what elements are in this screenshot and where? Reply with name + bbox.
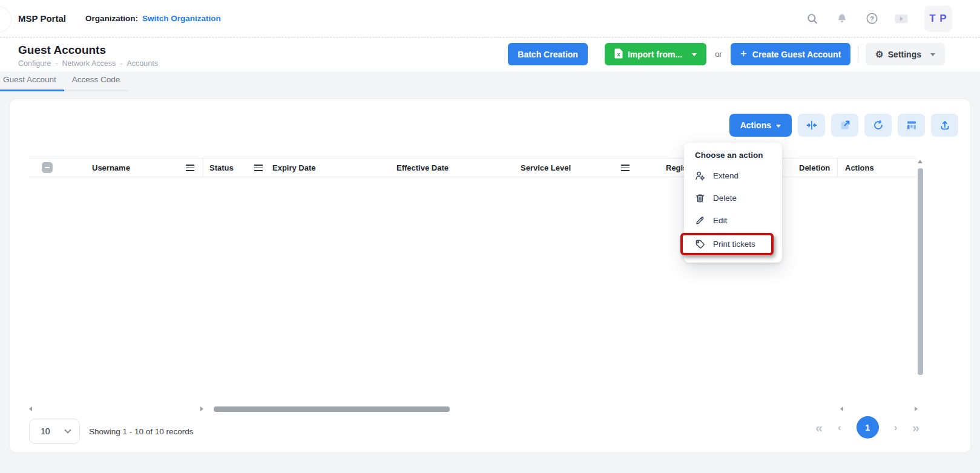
settings-button[interactable]: ⚙ Settings [866, 43, 945, 65]
organization-switcher: Organization: Switch Organization [85, 14, 221, 23]
breadcrumb-item-network-access[interactable]: Network Access [62, 59, 116, 68]
column-header-check[interactable] [29, 158, 67, 177]
records-summary: Showing 1 - 10 of 10 records [89, 427, 194, 436]
prev-page-icon[interactable]: ‹ [838, 422, 841, 432]
menu-item-label: Extend [713, 171, 738, 180]
help-icon[interactable]: ? [865, 12, 878, 25]
column-menu-icon[interactable] [254, 165, 263, 171]
import-from-button[interactable]: x Import from... [605, 43, 706, 65]
menu-item-delete[interactable]: Delete [684, 187, 782, 209]
menu-item-label: Print tickets [713, 240, 755, 249]
page-size-select[interactable]: 10 [29, 419, 80, 444]
open-expand-icon[interactable] [831, 114, 858, 137]
column-label: Effective Date [396, 163, 449, 172]
batch-creation-button[interactable]: Batch Creation [508, 43, 588, 65]
highlight-box: Print tickets [680, 233, 774, 255]
divider [858, 46, 858, 62]
refresh-icon[interactable] [864, 114, 892, 137]
or-text: or [715, 50, 722, 59]
excel-file-icon: x [614, 48, 623, 60]
breadcrumb-item-accounts[interactable]: Accounts [127, 59, 157, 68]
chevron-down-icon [930, 53, 935, 56]
horizontal-scrollbar-actions-pane[interactable] [840, 406, 918, 412]
column-label: Status [209, 163, 234, 172]
columns-icon[interactable] [898, 114, 925, 137]
table-toolbar: Actions [729, 114, 958, 137]
notifications-bell-icon[interactable] [835, 12, 849, 25]
breadcrumb-separator: - [55, 59, 58, 68]
column-header-deletion[interactable]: Deletion [799, 158, 837, 177]
app-title: MSP Portal [18, 13, 66, 24]
tab-access-code[interactable]: Access Code [64, 73, 128, 91]
switch-organization-link[interactable]: Switch Organization [142, 14, 221, 23]
top-navigation-bar: MSP Portal Organization: Switch Organiza… [0, 0, 980, 38]
breadcrumb-separator: - [120, 59, 122, 68]
export-icon[interactable] [931, 114, 958, 137]
tab-bar: Guest AccountAccess Code [0, 73, 128, 91]
tab-guest-account[interactable]: Guest Account [0, 73, 64, 91]
chevron-down-icon [776, 125, 781, 128]
chevron-down-icon [64, 426, 71, 433]
menu-item-extend[interactable]: Extend [684, 165, 782, 187]
user-avatar[interactable]: T P [924, 5, 952, 32]
menu-item-label: Delete [713, 194, 737, 203]
search-icon[interactable] [806, 12, 819, 25]
menu-item-edit[interactable]: Edit [684, 209, 782, 232]
column-header-expiry[interactable]: Expiry Date [272, 158, 396, 177]
breadcrumb-item-configure[interactable]: Configure [18, 59, 51, 68]
column-header-service[interactable]: Service Level [521, 158, 666, 177]
video-tour-icon[interactable] [895, 12, 908, 25]
pencil-icon [695, 215, 705, 226]
page-title: Guest Accounts [18, 44, 106, 57]
organization-label: Organization: [85, 14, 138, 23]
column-header-status[interactable]: Status [203, 158, 272, 177]
table-header-row: UsernameStatusExpiry DateEffective DateS… [29, 158, 916, 177]
sidebar-collapse-handle[interactable] [0, 7, 11, 31]
last-page-icon[interactable]: » [912, 421, 919, 434]
actions-dropdown-menu: Choose an action ExtendDeleteEditPrint t… [684, 143, 782, 263]
select-all-checkbox[interactable] [42, 162, 53, 173]
collapse-columns-icon[interactable] [798, 114, 825, 137]
pager: « ‹ 1 › » [815, 416, 919, 439]
tag-icon [695, 239, 705, 249]
column-header-effective[interactable]: Effective Date [396, 158, 521, 177]
column-menu-icon[interactable] [621, 165, 630, 171]
column-label: Service Level [521, 163, 571, 172]
actions-dropdown-button[interactable]: Actions [729, 114, 792, 137]
guest-accounts-card: Actions UsernameStatusExpiry DateEffecti… [10, 99, 970, 452]
user-gear-icon [695, 171, 705, 181]
column-label: Deletion [799, 163, 830, 172]
next-page-icon[interactable]: › [894, 422, 898, 432]
column-label: Expiry Date [272, 163, 316, 172]
column-menu-icon[interactable] [186, 165, 194, 171]
chevron-down-icon [692, 53, 697, 56]
horizontal-scrollbar-middle-pane[interactable] [209, 406, 839, 412]
menu-item-print-tickets[interactable]: Print tickets [683, 235, 771, 253]
gear-icon: ⚙ [875, 50, 883, 59]
column-header-actions[interactable]: Actions [837, 158, 916, 177]
create-guest-account-button[interactable]: + Create Guest Account [731, 43, 851, 65]
first-page-icon[interactable]: « [815, 421, 823, 434]
breadcrumb: Configure-Network Access-Accounts [18, 59, 158, 68]
horizontal-scrollbar-left-pane[interactable] [29, 406, 203, 412]
trash-icon [695, 193, 705, 203]
column-header-username[interactable]: Username [67, 158, 203, 177]
column-label: Username [92, 163, 130, 172]
menu-title: Choose an action [684, 151, 782, 165]
column-label: Actions [845, 163, 874, 172]
plus-icon: + [740, 47, 747, 60]
menu-item-label: Edit [713, 216, 727, 225]
current-page-button[interactable]: 1 [857, 416, 879, 439]
guest-accounts-table: UsernameStatusExpiry DateEffective DateS… [29, 158, 916, 177]
vertical-scrollbar[interactable] [918, 160, 923, 409]
page-header: Guest Accounts Configure-Network Access-… [0, 38, 980, 71]
svg-text:?: ? [870, 15, 874, 22]
svg-text:x: x [617, 51, 620, 57]
